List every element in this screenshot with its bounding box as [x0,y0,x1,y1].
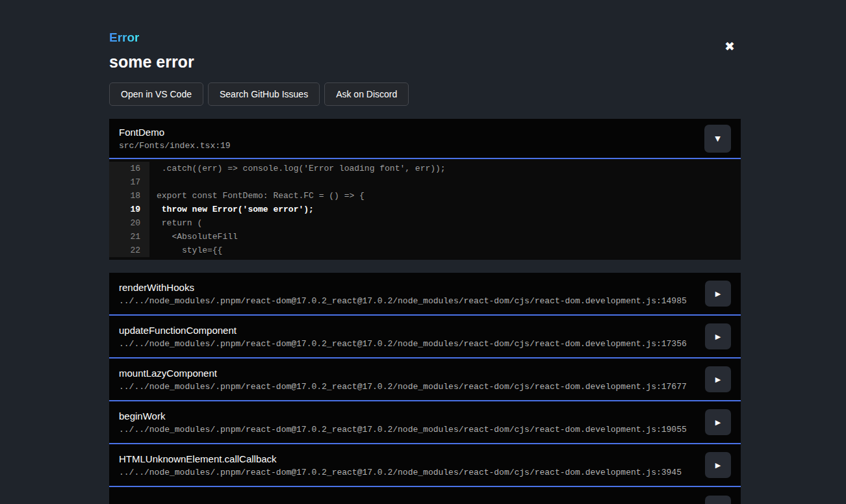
code-text: export const FontDemo: React.FC = () => … [149,189,365,203]
expand-stack-frame-button[interactable]: ▶ [705,496,731,504]
code-text: .catch((err) => console.log('Error loadi… [149,162,446,175]
line-number: 20 [109,216,149,230]
action-button[interactable]: Search GitHub Issues [208,82,320,106]
chevron-down-icon: ▼ [715,135,720,142]
code-text [149,175,157,189]
stack-function-name: updateFunctionComponent [119,324,687,336]
stack-function-name: HTMLUnknownElement.callCallback [119,453,682,465]
expand-stack-frame-button[interactable]: ▶ [705,281,731,307]
expand-stack-frame-button[interactable]: ▶ [705,452,731,478]
code-frame-panel: FontDemo src/Fonts/index.tsx:19 ▼ 16 .ca… [109,119,741,260]
code-text: throw new Error('some error'); [149,203,314,216]
line-number: 21 [109,230,149,244]
error-overlay: Error some error Open in VS CodeSearch G… [109,0,741,504]
stack-frame-info: mountLazyComponent ../../node_modules/.p… [119,367,687,392]
stack-frame-info: HTMLUnknownElement.callCallback ../../no… [119,453,682,478]
code-line: 21 <AbsoluteFill [109,230,741,244]
error-message-title: some error [109,52,741,71]
play-icon: ▶ [715,376,721,383]
code-frame-header-info: FontDemo src/Fonts/index.tsx:19 [119,126,231,151]
line-number: 18 [109,189,149,203]
expand-stack-frame-button[interactable]: ▶ [705,409,731,435]
error-kicker: Error [109,30,139,45]
stack-frame-row-partial: ▶ [109,487,741,504]
stack-trace-list: renderWithHooks ../../node_modules/.pnpm… [109,273,741,504]
code-line: 16 .catch((err) => console.log('Error lo… [109,162,741,175]
code-text: <AbsoluteFill [149,230,238,244]
line-number: 19 [109,203,149,216]
throwing-function-name: FontDemo [119,126,231,138]
stack-file-location: ../../node_modules/.pnpm/react-dom@17.0.… [119,381,687,392]
collapse-code-frame-button[interactable]: ▼ [704,125,731,153]
stack-function-name: renderWithHooks [119,281,687,294]
expand-stack-frame-button[interactable]: ▶ [705,323,731,349]
stack-frame-info: updateFunctionComponent ../../node_modul… [119,324,687,349]
stack-frame-row: HTMLUnknownElement.callCallback ../../no… [109,444,741,487]
stack-function-name: mountLazyComponent [119,367,687,379]
action-button[interactable]: Ask on Discord [324,82,409,106]
stack-file-location: ../../node_modules/.pnpm/react-dom@17.0.… [119,424,687,435]
stack-frame-info: renderWithHooks ../../node_modules/.pnpm… [119,281,687,307]
stack-frame-row: mountLazyComponent ../../node_modules/.p… [109,359,741,401]
code-line: 19 throw new Error('some error'); [109,203,741,216]
stack-file-location: ../../node_modules/.pnpm/react-dom@17.0.… [119,296,687,307]
code-text: style={{ [149,244,222,257]
stack-frame-row: beginWork ../../node_modules/.pnpm/react… [109,401,741,444]
expand-stack-frame-button[interactable]: ▶ [705,366,731,392]
code-line: 20 return ( [109,216,741,230]
stack-function-name: beginWork [119,410,687,422]
code-line: 18 export const FontDemo: React.FC = () … [109,189,741,203]
source-file-location: src/Fonts/index.tsx:19 [119,140,231,151]
play-icon: ▶ [715,290,721,297]
stack-frame-info: beginWork ../../node_modules/.pnpm/react… [119,410,687,435]
play-icon: ▶ [715,462,721,469]
code-line: 17 [109,175,741,189]
line-number: 16 [109,162,149,175]
stack-file-location: ../../node_modules/.pnpm/react-dom@17.0.… [119,467,682,478]
code-line: 22 style={{ [109,244,741,257]
line-number: 22 [109,244,149,257]
line-number: 17 [109,175,149,189]
stack-file-location: ../../node_modules/.pnpm/react-dom@17.0.… [119,338,687,349]
stack-frame-row: updateFunctionComponent ../../node_modul… [109,316,741,359]
play-icon: ▶ [715,419,721,426]
action-button-row: Open in VS CodeSearch GitHub IssuesAsk o… [109,82,741,106]
play-icon: ▶ [715,333,721,340]
source-code-block: 16 .catch((err) => console.log('Error lo… [109,159,741,260]
code-text: return ( [149,216,202,230]
stack-frame-row: renderWithHooks ../../node_modules/.pnpm… [109,273,741,316]
action-button[interactable]: Open in VS Code [109,82,203,106]
code-frame-header: FontDemo src/Fonts/index.tsx:19 ▼ [109,119,741,159]
